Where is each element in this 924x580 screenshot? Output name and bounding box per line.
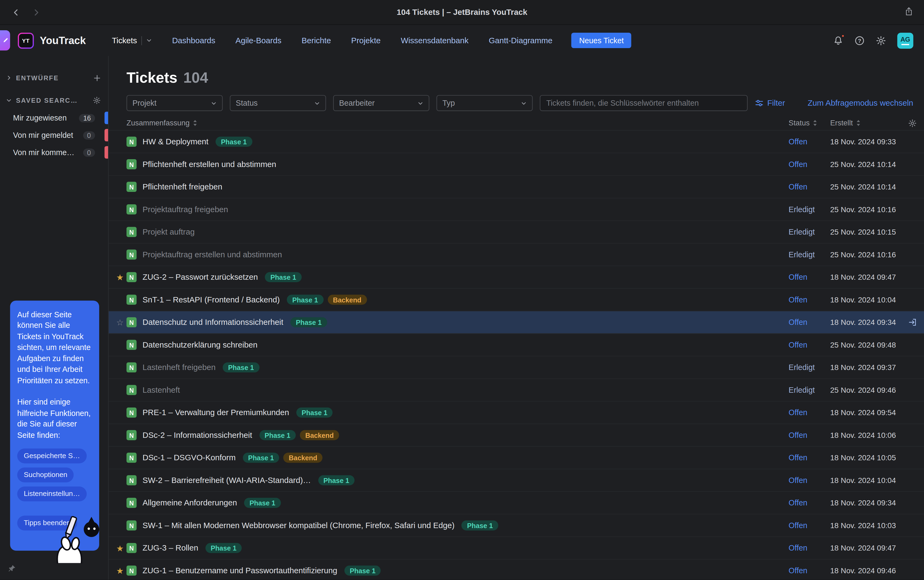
- tour-end-button[interactable]: Tipps beenden: [17, 516, 77, 531]
- tour-chip[interactable]: Listeneinstellun…: [17, 486, 87, 501]
- chevron-down-icon[interactable]: [146, 37, 152, 43]
- ticket-row[interactable]: N DSc-1 – DSGVO-Konform Phase 1Backend O…: [109, 447, 924, 470]
- ticket-status[interactable]: Offen: [789, 273, 830, 282]
- column-header-status[interactable]: Status: [789, 119, 830, 127]
- tag-phase[interactable]: Phase 1: [296, 407, 333, 418]
- nav-item[interactable]: Wissensdatenbank: [401, 36, 469, 45]
- ticket-row[interactable]: N DSc-2 – Informationssicherheit Phase 1…: [109, 424, 924, 447]
- nav-item[interactable]: Berichte: [301, 36, 331, 45]
- ticket-status[interactable]: Offen: [789, 408, 830, 417]
- ticket-row[interactable]: N Lastenheft freigeben Phase 1 Erledigt …: [109, 356, 924, 379]
- filter-dropdown[interactable]: Typ: [436, 95, 533, 111]
- tag-phase[interactable]: Phase 1: [318, 475, 355, 485]
- ticket-status[interactable]: Erledigt: [789, 250, 830, 259]
- tag-phase[interactable]: Phase 1: [243, 453, 280, 463]
- ticket-row[interactable]: N Allgemeine Anforderungen Phase 1 Offen…: [109, 492, 924, 514]
- tag-phase[interactable]: Phase 1: [223, 362, 259, 372]
- ticket-status[interactable]: Offen: [789, 498, 830, 507]
- share-button[interactable]: [904, 6, 913, 18]
- saved-search-item[interactable]: Von mir komme… 0: [0, 144, 108, 161]
- star-icon[interactable]: ★: [113, 273, 127, 281]
- search-input[interactable]: [540, 95, 748, 111]
- ticket-row[interactable]: N SW-1 – Mit allen Modernen Webbrowser k…: [109, 514, 924, 537]
- ticket-status[interactable]: Offen: [789, 521, 830, 530]
- saved-search-item[interactable]: Mir zugewiesen 16: [0, 109, 108, 127]
- ticket-status[interactable]: Erledigt: [789, 205, 830, 214]
- ticket-row[interactable]: N Datenschutzerklärung schreiben Offen 2…: [109, 334, 924, 356]
- ticket-row[interactable]: N Lastenheft Erledigt 25 Nov. 2024 09:46: [109, 379, 924, 402]
- filter-dropdown[interactable]: Projekt: [127, 95, 223, 111]
- star-icon[interactable]: ★: [113, 544, 127, 552]
- gear-icon[interactable]: [93, 96, 101, 105]
- star-icon[interactable]: ★: [113, 567, 127, 575]
- tour-chip[interactable]: Gespeicherte S…: [17, 448, 87, 463]
- nav-item[interactable]: Dashboards: [172, 36, 215, 45]
- ticket-status[interactable]: Offen: [789, 318, 830, 327]
- tag-phase[interactable]: Phase 1: [265, 272, 301, 282]
- user-avatar[interactable]: AG: [897, 33, 913, 48]
- column-settings-button[interactable]: [905, 119, 917, 127]
- tag-phase[interactable]: Phase 1: [215, 137, 252, 147]
- tag-phase[interactable]: Phase 1: [259, 430, 296, 440]
- ticket-row[interactable]: N SnT-1 – RestAPI (Frontend / Backend) P…: [109, 288, 924, 311]
- saved-search-item[interactable]: Von mir gemeldet 0: [0, 127, 108, 144]
- ticket-status[interactable]: Offen: [789, 453, 830, 462]
- tag-backend[interactable]: Backend: [327, 295, 367, 305]
- ticket-row[interactable]: N PRE-1 – Verwaltung der Premiumkunden P…: [109, 402, 924, 424]
- sidebar-pin-button[interactable]: [8, 564, 16, 575]
- column-header-created[interactable]: Erstellt: [830, 119, 905, 127]
- ticket-status[interactable]: Offen: [789, 544, 830, 552]
- tag-phase[interactable]: Phase 1: [462, 520, 498, 530]
- ticket-row[interactable]: N Projektauftrag erstellen und abstimmen…: [109, 244, 924, 266]
- tag-backend[interactable]: Backend: [283, 453, 322, 463]
- tag-phase[interactable]: Phase 1: [244, 498, 281, 508]
- ticket-row[interactable]: N SW-2 – Barrierefreiheit (WAI-ARIA-Stan…: [109, 469, 924, 492]
- tag-phase[interactable]: Phase 1: [344, 565, 381, 575]
- filter-dropdown[interactable]: Bearbeiter: [333, 95, 429, 111]
- saved-searches-header[interactable]: SAVED SEARC…: [0, 91, 108, 109]
- tag-phase[interactable]: Phase 1: [287, 295, 324, 305]
- pencil-tab-icon[interactable]: [0, 30, 10, 51]
- ticket-row[interactable]: N Projektauftrag freigeben Erledigt 25 N…: [109, 198, 924, 221]
- nav-item[interactable]: Agile-Boards: [235, 36, 281, 45]
- star-icon[interactable]: ☆: [113, 318, 127, 326]
- help-button[interactable]: ?: [855, 35, 865, 45]
- ticket-status[interactable]: Offen: [789, 295, 830, 304]
- ticket-row[interactable]: ☆ N Datenschutz und Informationssicherhe…: [109, 311, 924, 334]
- nav-item[interactable]: Gantt-Diagramme: [489, 36, 552, 45]
- ticket-row[interactable]: N Pflichtenheft erstellen und abstimmen …: [109, 153, 924, 176]
- ticket-row[interactable]: ★ N ZUG-3 – Rollen Phase 1 Offen 18 Nov.…: [109, 537, 924, 560]
- new-ticket-button[interactable]: Neues Ticket: [571, 33, 631, 48]
- ticket-row[interactable]: ★ N ZUG-1 – Benutzername und Passwortaut…: [109, 559, 924, 580]
- ticket-status[interactable]: Offen: [789, 183, 830, 191]
- ticket-status[interactable]: Erledigt: [789, 363, 830, 372]
- ticket-status[interactable]: Offen: [789, 476, 830, 485]
- ticket-status[interactable]: Offen: [789, 160, 830, 169]
- ticket-row[interactable]: ★ N ZUG-2 – Passwort zurücksetzen Phase …: [109, 266, 924, 289]
- settings-button[interactable]: [876, 35, 886, 45]
- youtrack-logo[interactable]: YT: [18, 33, 34, 48]
- filter-dropdown[interactable]: Status: [230, 95, 326, 111]
- tour-chip[interactable]: Suchoptionen: [17, 468, 74, 483]
- query-mode-link[interactable]: Zum Abfragemodus wechseln: [807, 99, 913, 107]
- plus-icon[interactable]: [93, 74, 101, 82]
- open-ticket-icon[interactable]: [905, 318, 917, 327]
- ticket-row[interactable]: N Pflichtenheft freigeben Offen 25 Nov. …: [109, 176, 924, 199]
- ticket-row[interactable]: N Projekt auftrag Erledigt 25 Nov. 2024 …: [109, 221, 924, 244]
- ticket-status[interactable]: Offen: [789, 566, 830, 575]
- ticket-status[interactable]: Erledigt: [789, 386, 830, 394]
- back-button[interactable]: [11, 7, 21, 18]
- tag-phase[interactable]: Phase 1: [206, 543, 242, 553]
- nav-item-tickets[interactable]: Tickets: [112, 36, 152, 45]
- tag-backend[interactable]: Backend: [300, 430, 339, 440]
- tag-phase[interactable]: Phase 1: [291, 317, 327, 327]
- drafts-section-header[interactable]: ENTWÜRFE: [0, 69, 108, 87]
- ticket-row[interactable]: N HW & Deployment Phase 1 Offen 18 Nov. …: [109, 131, 924, 153]
- ticket-status[interactable]: Offen: [789, 340, 830, 349]
- ticket-status[interactable]: Offen: [789, 137, 830, 146]
- column-header-summary[interactable]: Zusammenfassung: [113, 119, 789, 127]
- forward-button[interactable]: [31, 7, 42, 18]
- notifications-button[interactable]: [833, 35, 843, 45]
- nav-item[interactable]: Projekte: [351, 36, 381, 45]
- ticket-status[interactable]: Erledigt: [789, 227, 830, 236]
